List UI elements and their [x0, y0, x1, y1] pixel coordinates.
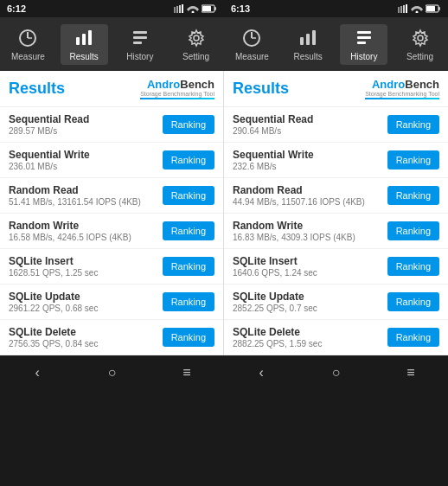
ranking-btn[interactable]: Ranking — [163, 328, 214, 347]
result-info: Random Write 16.83 MB/s, 4309.3 IOPS (4K… — [233, 220, 387, 242]
svg-rect-31 — [312, 30, 316, 45]
ranking-btn[interactable]: Ranking — [163, 221, 214, 240]
ranking-btn[interactable]: Ranking — [387, 292, 439, 311]
result-name: SQLite Delete — [233, 326, 387, 338]
svg-rect-7 — [214, 7, 216, 10]
back-button-left[interactable]: ‹ — [20, 360, 54, 386]
bottom-nav-right: ‹ ○ ≡ — [224, 355, 448, 390]
result-row: Sequential Read 290.64 MB/s Ranking — [224, 107, 448, 143]
nav-history-label-left: History — [126, 52, 153, 61]
result-row: Sequential Read 289.57 MB/s Ranking — [0, 107, 223, 143]
panel-left: Results AndroBench Storage Benchmarking … — [0, 71, 224, 355]
results-icon-right — [298, 28, 318, 48]
result-info: Sequential Write 236.01 MB/s — [9, 149, 163, 171]
result-name: Sequential Write — [233, 149, 387, 161]
ranking-btn[interactable]: Ranking — [387, 115, 439, 134]
svg-rect-20 — [82, 34, 86, 45]
result-row: Sequential Write 232.6 MB/s Ranking — [224, 143, 448, 178]
ranking-btn[interactable]: Ranking — [163, 292, 214, 311]
ranking-btn[interactable]: Ranking — [387, 257, 439, 276]
svg-rect-2 — [179, 5, 181, 13]
svg-rect-30 — [306, 34, 310, 45]
result-info: Random Write 16.58 MB/s, 4246.5 IOPS (4K… — [9, 220, 163, 242]
ranking-btn[interactable]: Ranking — [387, 150, 439, 169]
svg-rect-14 — [426, 6, 435, 11]
svg-rect-0 — [174, 7, 176, 13]
result-name: Sequential Read — [9, 113, 163, 125]
result-value: 1628.51 QPS, 1.25 sec — [9, 268, 163, 278]
svg-point-12 — [416, 11, 419, 14]
result-row: SQLite Update 2852.25 QPS, 0.7 sec Ranki… — [224, 285, 448, 320]
result-value: 236.01 MB/s — [9, 162, 163, 171]
result-value: 2756.35 QPS, 0.84 sec — [9, 339, 163, 349]
ranking-btn[interactable]: Ranking — [163, 115, 214, 134]
svg-rect-24 — [133, 42, 142, 44]
nav-history-right[interactable]: History — [340, 24, 387, 65]
status-icons-right — [398, 4, 441, 13]
logo-subtitle-right: Storage Benchmarking Tool — [365, 91, 439, 97]
ranking-btn[interactable]: Ranking — [387, 186, 439, 205]
svg-rect-11 — [406, 4, 407, 13]
svg-rect-1 — [176, 6, 178, 13]
result-row: SQLite Insert 1628.51 QPS, 1.25 sec Rank… — [0, 249, 223, 285]
result-name: SQLite Delete — [9, 326, 163, 338]
panel-title-right: Results — [233, 80, 289, 98]
svg-rect-6 — [202, 6, 211, 11]
result-name: SQLite Insert — [9, 255, 163, 267]
menu-button-right[interactable]: ≡ — [394, 360, 428, 386]
status-bar-left: 6:12 — [0, 0, 224, 17]
nav-results-label-left: Results — [69, 52, 98, 61]
nav-results-left[interactable]: Results — [61, 24, 108, 65]
nav-results-label-right: Results — [293, 52, 322, 61]
result-list-left: Sequential Read 289.57 MB/s Ranking Sequ… — [0, 107, 223, 355]
svg-rect-23 — [133, 36, 147, 39]
ranking-btn[interactable]: Ranking — [163, 186, 214, 205]
svg-rect-33 — [357, 36, 371, 39]
time-right: 6:13 — [231, 3, 250, 14]
svg-point-4 — [192, 11, 195, 14]
result-value: 1640.6 QPS, 1.24 sec — [233, 268, 387, 278]
nav-measure-right[interactable]: Measure — [228, 24, 276, 65]
nav-measure-left[interactable]: Measure — [4, 24, 52, 65]
time-left: 6:12 — [7, 3, 26, 14]
panel-header-right: Results AndroBench Storage Benchmarking … — [224, 71, 448, 107]
logo-line-right — [365, 98, 439, 99]
ranking-btn[interactable]: Ranking — [163, 257, 214, 276]
result-name: Random Read — [9, 184, 163, 196]
nav-bar-left: Measure Results History Setting — [0, 17, 224, 71]
svg-point-35 — [418, 35, 423, 41]
svg-rect-22 — [133, 31, 147, 34]
result-row: SQLite Delete 2882.25 QPS, 1.59 sec Rank… — [224, 320, 448, 355]
home-button-left[interactable]: ○ — [94, 360, 129, 386]
bottom-navs: ‹ ○ ≡ ‹ ○ ≡ — [0, 355, 448, 390]
nav-setting-left[interactable]: Setting — [172, 24, 220, 65]
ranking-btn[interactable]: Ranking — [387, 328, 439, 347]
nav-setting-right[interactable]: Setting — [396, 24, 444, 65]
result-name: Sequential Write — [9, 149, 163, 161]
nav-results-right[interactable]: Results — [285, 24, 332, 65]
svg-point-25 — [194, 35, 199, 41]
panel-header-left: Results AndroBench Storage Benchmarking … — [0, 71, 223, 107]
result-value: 16.58 MB/s, 4246.5 IOPS (4KB) — [9, 233, 163, 242]
nav-history-left[interactable]: History — [116, 24, 163, 65]
result-value: 2961.22 QPS, 0.68 sec — [9, 304, 163, 313]
nav-bars: Measure Results History Setting — [0, 17, 448, 71]
ranking-btn[interactable]: Ranking — [163, 150, 214, 169]
androbench-logo-left: AndroBench Storage Benchmarking Tool — [140, 78, 214, 99]
svg-rect-29 — [300, 37, 304, 45]
result-info: SQLite Update 2852.25 QPS, 0.7 sec — [233, 291, 387, 313]
result-name: Random Write — [9, 220, 163, 232]
home-button-right[interactable]: ○ — [318, 360, 353, 386]
result-row: Random Write 16.58 MB/s, 4246.5 IOPS (4K… — [0, 214, 223, 249]
androbench-logo-right: AndroBench Storage Benchmarking Tool — [365, 78, 439, 99]
svg-rect-32 — [357, 31, 371, 34]
bottom-nav-left: ‹ ○ ≡ — [0, 355, 224, 390]
result-value: 44.94 MB/s, 11507.16 IOPS (4KB) — [233, 197, 387, 207]
content-area: Results AndroBench Storage Benchmarking … — [0, 71, 448, 355]
result-row: SQLite Insert 1640.6 QPS, 1.24 sec Ranki… — [224, 249, 448, 285]
back-button-right[interactable]: ‹ — [244, 360, 278, 386]
ranking-btn[interactable]: Ranking — [387, 221, 439, 240]
result-info: Random Read 51.41 MB/s, 13161.54 IOPS (4… — [9, 184, 163, 207]
panel-right: Results AndroBench Storage Benchmarking … — [224, 71, 448, 355]
menu-button-left[interactable]: ≡ — [170, 360, 204, 386]
